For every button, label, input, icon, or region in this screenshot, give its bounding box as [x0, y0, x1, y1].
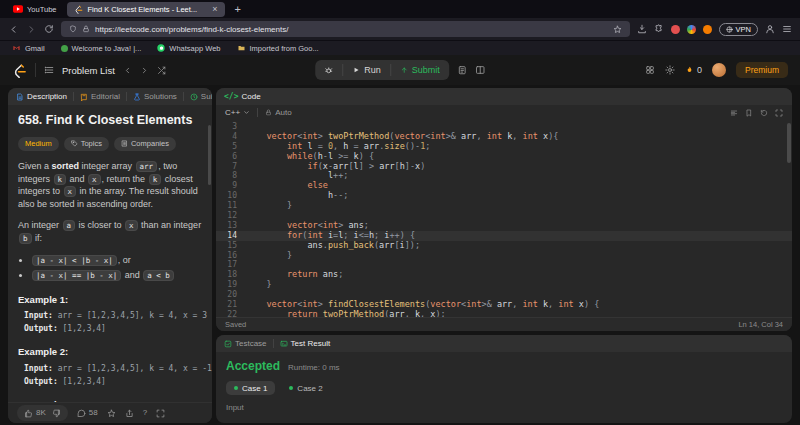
scrollbar-thumb[interactable]: [208, 125, 211, 185]
tab-testcase[interactable]: Testcase: [224, 339, 267, 348]
favorite-button[interactable]: [107, 409, 116, 418]
debug-button[interactable]: [315, 60, 342, 80]
scrollbar-thumb[interactable]: [787, 123, 791, 163]
leetcode-header: Problem List Run Submit 0 Pr: [0, 55, 800, 85]
comment-count: 58: [89, 407, 98, 418]
bookmark-star-icon[interactable]: [613, 25, 622, 34]
language-selector[interactable]: C++: [225, 108, 250, 117]
companies-badge[interactable]: Companies: [114, 137, 176, 152]
reset-code-button[interactable]: [760, 109, 768, 117]
downloads-button[interactable]: [637, 24, 647, 34]
run-label: Run: [364, 65, 381, 75]
code-line[interactable]: 22 return twoPtrMethod(arr, k, x);: [216, 310, 792, 317]
bookmark-welcome-java[interactable]: Welcome to Java! |...: [61, 44, 142, 53]
shuffle-button[interactable]: [157, 66, 166, 75]
example-output: Output: [1,2,3,4]: [24, 376, 202, 387]
line-number: 5: [216, 142, 246, 152]
new-tab-button[interactable]: +: [229, 3, 245, 15]
auto-label: Auto: [275, 108, 291, 117]
line-number: 14: [216, 231, 246, 241]
chevron-down-icon: [243, 109, 250, 116]
extension-icon-multicolor[interactable]: [687, 25, 696, 34]
tab-leetcode-active[interactable]: Find K Closest Elements - Leet... ×: [67, 2, 225, 17]
case-1-button[interactable]: Case 1: [226, 381, 275, 395]
tab-code[interactable]: </> Code: [224, 92, 261, 101]
streak-counter[interactable]: 0: [685, 65, 702, 75]
dislike-button[interactable]: [52, 409, 61, 418]
comments-button[interactable]: 58: [77, 407, 98, 418]
code-line[interactable]: 15 ans.push_back(arr[i]);: [216, 241, 792, 251]
code-panel-header: </> Code: [216, 88, 792, 105]
run-button[interactable]: Run: [343, 60, 390, 80]
leetcode-favicon: [74, 5, 83, 14]
bookmark-imported-folder[interactable]: Imported from Goo...: [237, 44, 319, 53]
profile-button[interactable]: [765, 24, 775, 34]
tab-solutions[interactable]: Solutions: [133, 92, 177, 101]
tracking-shield-icon[interactable]: [69, 25, 77, 33]
extension-icon-red[interactable]: [671, 25, 680, 34]
problem-list-link[interactable]: Problem List: [62, 65, 115, 76]
description-panel: Description Editorial Solutions Submissi…: [8, 88, 212, 423]
next-problem-button[interactable]: [140, 66, 149, 75]
code-line[interactable]: 11 }: [216, 201, 792, 211]
text-segment: x: [64, 186, 77, 197]
youtube-icon: [13, 5, 23, 13]
layout-button[interactable]: [475, 65, 485, 75]
tab-editorial[interactable]: Editorial: [80, 92, 120, 101]
close-tab-icon[interactable]: ×: [211, 4, 218, 14]
leetcode-logo[interactable]: [12, 63, 27, 78]
url-text[interactable]: https://leetcode.com/problems/find-k-clo…: [95, 25, 608, 34]
code-line[interactable]: 16 }: [216, 251, 792, 261]
prev-problem-button[interactable]: [123, 66, 132, 75]
description-panel-tabs: Description Editorial Solutions Submissi…: [8, 88, 212, 105]
user-avatar[interactable]: [712, 63, 726, 77]
code-line[interactable]: 19 }: [216, 280, 792, 290]
premium-button[interactable]: Premium: [736, 62, 788, 78]
code-lines: 34 vector<int> twoPtrMethod(vector<int>&…: [216, 122, 792, 317]
lock-icon[interactable]: [82, 25, 90, 33]
problem-action-bar: 8K 58 ?: [8, 402, 212, 423]
settings-gear-button[interactable]: [665, 65, 675, 75]
help-button[interactable]: ?: [143, 407, 147, 418]
auto-save-toggle[interactable]: Auto: [265, 108, 291, 117]
text-segment: and: [67, 174, 87, 184]
menu-button[interactable]: [782, 24, 792, 34]
notes-button[interactable]: [457, 65, 467, 75]
gmail-icon: [12, 44, 21, 52]
share-button[interactable]: [125, 409, 134, 418]
vpn-badge[interactable]: VPN: [719, 23, 758, 36]
divider: [73, 92, 74, 101]
bookmark-gmail[interactable]: Gmail: [12, 44, 45, 53]
submit-button[interactable]: Submit: [391, 60, 449, 80]
case-2-button[interactable]: Case 2: [281, 381, 330, 395]
result-panel-tabs: Testcase Test Result: [216, 335, 792, 352]
back-button[interactable]: [8, 24, 19, 35]
tab-description[interactable]: Description: [16, 92, 67, 101]
problem-title: 658. Find K Closest Elements: [18, 112, 202, 130]
format-code-button[interactable]: [730, 109, 738, 117]
code-editor[interactable]: 34 vector<int> twoPtrMethod(vector<int>&…: [216, 120, 792, 317]
forward-button[interactable]: [26, 24, 37, 35]
address-bar[interactable]: https://leetcode.com/problems/find-k-clo…: [61, 21, 630, 37]
code-text: }: [246, 280, 792, 290]
difficulty-badge[interactable]: Medium: [18, 137, 59, 152]
like-button[interactable]: 8K: [24, 407, 46, 418]
line-number: 3: [216, 122, 246, 132]
app-grid-button[interactable]: [645, 65, 655, 75]
expand-button[interactable]: [156, 409, 165, 418]
code-line[interactable]: 18 return ans;: [216, 270, 792, 280]
building-icon: [121, 140, 128, 147]
topics-badge[interactable]: Topics: [64, 137, 109, 152]
bookmark-whatsapp[interactable]: Whatsapp Web: [157, 44, 220, 53]
extensions-puzzle-button[interactable]: [654, 24, 664, 34]
extension-icon-orange[interactable]: [703, 25, 712, 34]
code-line[interactable]: 10 h--;: [216, 191, 792, 201]
tab-submissions[interactable]: Submissions: [190, 92, 212, 101]
cursor-position: Ln 14, Col 34: [738, 320, 783, 329]
tab-youtube[interactable]: YouTube: [6, 2, 63, 17]
tab-test-result[interactable]: Test Result: [280, 339, 331, 348]
text-segment: sorted: [52, 161, 80, 171]
fullscreen-button[interactable]: [775, 109, 783, 117]
reload-button[interactable]: [44, 24, 54, 34]
bookmark-button[interactable]: [745, 109, 753, 117]
